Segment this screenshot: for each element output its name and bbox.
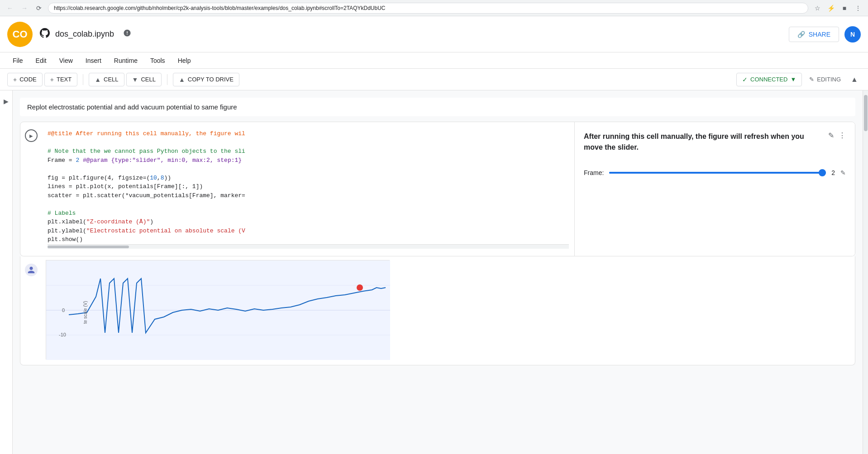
toolbar-divider-1	[83, 74, 83, 85]
frame-slider[interactable]	[609, 172, 826, 174]
colab-header: CO dos_colab.ipynb 🔗 SHARE N	[0, 16, 868, 52]
plus-icon: +	[13, 76, 17, 83]
share-button[interactable]: 🔗 SHARE	[789, 27, 839, 42]
code-line-7: # Labels	[48, 209, 569, 218]
copy-to-drive-button[interactable]: ▲ COPY TO DRIVE	[173, 73, 239, 86]
address-bar[interactable]: https://colab.research.google.com/github…	[48, 3, 808, 14]
cell-down-button[interactable]: ▼ CELL	[126, 73, 162, 86]
extension-icon[interactable]: ⚡	[825, 3, 836, 14]
slider-fill	[609, 172, 826, 174]
code-line-10: plt.show()	[48, 235, 569, 244]
menu-bar: File Edit View Insert Runtime Tools Help	[0, 52, 868, 69]
cell-run-area: ▶	[20, 122, 42, 256]
svg-text:te scale (V): te scale (V)	[83, 301, 88, 324]
cell-user-icon-area	[20, 256, 42, 365]
menu-tools[interactable]: Tools	[145, 55, 171, 66]
cell-output-panel: After running this cell manually, the fi…	[574, 122, 855, 256]
arrow-down-icon: ▼	[132, 76, 138, 83]
menu-insert[interactable]: Insert	[80, 55, 107, 66]
code-line-3: Frame = 2 #@param {type:"slider", min:0,…	[48, 156, 569, 165]
right-scrollbar[interactable]	[863, 90, 868, 454]
cell-code[interactable]: #@title After running this cell manually…	[42, 122, 574, 256]
arrow-up-icon: ▲	[95, 76, 101, 83]
output-title: After running this cell manually, the fi…	[584, 131, 819, 153]
cell-up-button[interactable]: ▲ CELL	[89, 73, 124, 86]
code-line-blank3	[48, 200, 569, 209]
browser-bar: ← → ⟳ https://colab.research.google.com/…	[0, 0, 868, 16]
code-cell: ▶ #@title After running this cell manual…	[20, 122, 855, 256]
add-text-button[interactable]: + TEXT	[44, 73, 77, 86]
menu-help[interactable]: Help	[172, 55, 196, 66]
code-line-1: #@title After running this cell manually…	[48, 129, 569, 138]
code-line-2: # Note that the we cannot pass Python ob…	[48, 147, 569, 156]
code-line-8: plt.xlabel("Z-coordinate (Å)")	[48, 218, 569, 227]
code-line-blank1	[48, 138, 569, 147]
svg-text:0: 0	[62, 307, 65, 313]
svg-point-6	[357, 284, 363, 291]
svg-text:-10: -10	[59, 332, 66, 337]
browser-icons: ☆ ⚡ ■ ⋮	[812, 3, 863, 14]
menu-icon[interactable]: ⋮	[853, 3, 863, 14]
menu-file[interactable]: File	[7, 55, 29, 66]
output-edit-icon[interactable]: ✎	[828, 131, 834, 140]
file-title: dos_colab.ipynb	[55, 29, 114, 39]
bookmark-icon[interactable]: ☆	[812, 3, 823, 14]
reload-button[interactable]: ⟳	[33, 3, 44, 14]
sidebar-toggle[interactable]: ▶	[0, 90, 13, 454]
editing-badge: ✎ EDITING	[804, 73, 846, 85]
slider-edit-icon[interactable]: ✎	[840, 169, 846, 176]
code-line-blank2	[48, 165, 569, 174]
cell-description: Replot electrostatic potential and add v…	[20, 98, 855, 116]
menu-edit[interactable]: Edit	[30, 55, 52, 66]
forward-button[interactable]: →	[19, 3, 30, 14]
output-more-icon[interactable]: ⋮	[839, 131, 846, 140]
chart-container: 0 -10 te scale (V)	[46, 260, 390, 359]
frame-label: Frame:	[584, 169, 604, 176]
pencil-icon: ✎	[809, 76, 814, 83]
back-button[interactable]: ←	[5, 3, 15, 14]
add-code-button[interactable]: + CODE	[7, 73, 43, 86]
collapse-button[interactable]: ▲	[848, 73, 861, 86]
github-icon	[40, 28, 50, 41]
menu-view[interactable]: View	[54, 55, 78, 66]
drive-icon: ▲	[179, 76, 185, 83]
toolbar: + CODE + TEXT ▲ CELL ▼ CELL ▲ COPY TO DR…	[0, 69, 868, 90]
chart-area: 0 -10 te scale (V)	[42, 256, 855, 365]
chevron-down-icon: ▼	[790, 76, 796, 83]
code-line-4: fig = plt.figure(4, figsize=(10,8))	[48, 174, 569, 183]
user-icon	[25, 264, 38, 276]
colab-logo[interactable]: CO	[7, 22, 33, 47]
user-avatar[interactable]: N	[844, 26, 861, 43]
frame-value: 2	[831, 169, 835, 176]
slider-thumb	[819, 169, 826, 176]
check-icon: ✓	[742, 76, 748, 83]
right-scrollbar-thumb	[864, 95, 868, 131]
main-content: ▶ Replot electrostatic potential and add…	[0, 90, 868, 454]
run-button[interactable]: ▶	[25, 129, 38, 142]
share-link-icon: 🔗	[797, 31, 805, 38]
menu-runtime[interactable]: Runtime	[109, 55, 143, 66]
sidebar-toggle-icon: ▶	[4, 98, 9, 105]
code-scrollbar[interactable]	[48, 244, 569, 249]
code-line-5: lines = plt.plot(x, potentials[Frame][:,…	[48, 182, 569, 191]
code-line-6: scatter = plt.scatter(*vacuum_potentials…	[48, 191, 569, 200]
file-icon-button[interactable]	[123, 29, 131, 39]
toolbar-divider-2	[167, 74, 167, 85]
code-line-9: plt.ylabel("Electrostatic potential on a…	[48, 227, 569, 236]
connected-badge[interactable]: ✓ CONNECTED ▼	[736, 73, 802, 86]
plus-text-icon: +	[50, 76, 54, 83]
code-scrollbar-thumb	[48, 246, 129, 248]
profile-icon[interactable]: ■	[839, 3, 850, 14]
output-cell: 0 -10 te scale (V)	[20, 256, 855, 365]
notebook-area: Replot electrostatic potential and add v…	[13, 90, 863, 454]
slider-row: Frame: 2 ✎	[584, 169, 846, 176]
